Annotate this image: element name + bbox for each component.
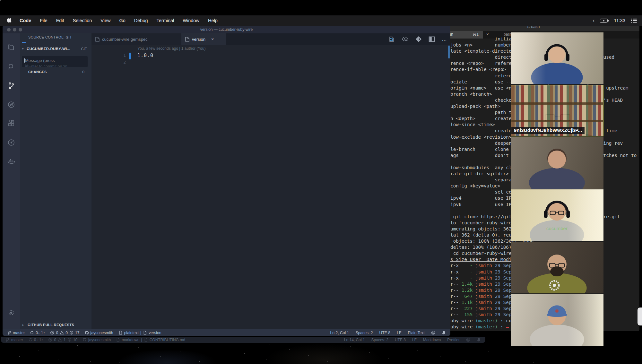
menu-item-file[interactable]: File	[40, 18, 47, 23]
video-tile-participant-6[interactable]	[511, 294, 603, 346]
editor-content[interactable]: You, a few seconds ago | 1 author (You) …	[91, 45, 450, 329]
background-window-status-bar: master 0↓ 1↑ 0 1 10 jaysonesmith markdow…	[1, 337, 485, 343]
text-cursor	[24, 58, 25, 63]
tab-label: cucumber-wire.gemspec	[102, 37, 148, 42]
code-line-1: 1.0.0	[137, 53, 153, 58]
battery-icon[interactable]	[600, 19, 609, 23]
sync-indicator[interactable]: 0↓ 1↑	[30, 331, 45, 335]
eol[interactable]: LF	[412, 338, 417, 342]
apple-logo-icon[interactable]	[7, 18, 12, 23]
caret-right-icon: ▸	[22, 323, 24, 326]
file-info[interactable]: plaintext| version	[118, 331, 161, 335]
gitlens-authors-codelens[interactable]: You, a few seconds ago | 1 author (You)	[137, 46, 205, 51]
menu-item-view[interactable]: View	[100, 18, 110, 23]
vscode-title-bar[interactable]: version — cucumber-ruby-wire	[3, 25, 450, 33]
more-actions-icon[interactable]: …	[442, 36, 447, 42]
changes-count-badge: 0	[82, 70, 84, 74]
video-tile-participant-1[interactable]	[511, 32, 603, 84]
video-tile-participant-4[interactable]: cucumber	[511, 189, 603, 241]
menu-item-window[interactable]: Window	[183, 18, 199, 23]
window-title: version — cucumber-ruby-wire	[3, 25, 450, 33]
docker-icon[interactable]	[7, 158, 15, 165]
source-control-icon[interactable]	[7, 82, 15, 90]
starfield-wallpaper	[0, 0, 1, 1]
menu-item-selection[interactable]: Selection	[73, 18, 92, 23]
sync-indicator[interactable]: 0↓ 1↑	[28, 338, 43, 342]
menu-item-help[interactable]: Help	[208, 18, 218, 23]
debug-disabled-icon[interactable]	[7, 101, 15, 108]
repo-name: CUCUMBER-RUBY-WI...	[27, 47, 70, 51]
commit-placeholder-line2: ⌘Enter to commit on 'm	[24, 64, 85, 67]
eol[interactable]: LF	[397, 331, 401, 335]
changes-section-header[interactable]: CHANGES 0	[20, 69, 91, 76]
tab-cucumber-wire-gemspec[interactable]: cucumber-wire.gemspec	[91, 33, 181, 45]
video-tile-participant-5[interactable]	[511, 242, 603, 293]
indentation[interactable]: Spaces: 2	[371, 338, 388, 342]
menu-items: CodeFileEditSelectionViewGoDebugTerminal…	[20, 18, 226, 23]
feedback-smiley-icon[interactable]	[466, 338, 470, 342]
feedback-smiley-icon[interactable]	[431, 331, 435, 335]
window-light	[511, 189, 603, 241]
video-tile-participant-3[interactable]	[511, 137, 603, 189]
line-number: 1	[116, 53, 126, 58]
github-pull-requests-section[interactable]: ▸ GITHUB PULL REQUESTS	[20, 321, 91, 329]
repo-provider-badge: GIT	[81, 47, 87, 51]
editor-group: cucumber-wire.gemspec version × … You, a…	[91, 33, 450, 329]
changes-label: CHANGES	[28, 70, 47, 74]
gitlens-icon[interactable]	[7, 139, 15, 146]
participant-silhouette	[511, 137, 603, 189]
branch-indicator[interactable]: master	[5, 338, 23, 342]
close-tab-icon[interactable]: ×	[211, 37, 214, 42]
git-change-gutter-marker	[129, 53, 131, 59]
encoding[interactable]: UTF-8	[395, 338, 406, 342]
gitlens-compare-icon[interactable]	[415, 36, 422, 42]
sidebar-header: SOURCE CONTROL: GIT	[28, 35, 72, 39]
branch-indicator[interactable]: master	[7, 331, 25, 335]
encoding[interactable]: UTF-8	[379, 331, 391, 335]
cursor-position[interactable]: Ln 2, Col 1	[330, 331, 349, 335]
window-light	[511, 32, 603, 84]
commit-placeholder-line1: Message (press	[25, 58, 55, 63]
github-account[interactable]: jaysonesmith	[82, 338, 111, 342]
github-account[interactable]: jaysonesmith	[85, 331, 113, 335]
notification-center-icon[interactable]	[631, 19, 637, 23]
menu-item-code[interactable]: Code	[20, 18, 31, 23]
chevron-left-icon[interactable]: ‹	[593, 18, 594, 23]
split-editor-icon[interactable]	[429, 36, 435, 42]
menu-item-debug[interactable]: Debug	[134, 18, 148, 23]
notifications-bell-icon[interactable]	[477, 338, 481, 342]
settings-gear-icon[interactable]	[7, 309, 15, 316]
file-info[interactable]: markdown| CONTRIBUTING.md	[116, 338, 185, 342]
github-pull-requests-label: GITHUB PULL REQUESTS	[28, 323, 74, 327]
problems-indicator[interactable]: 0 1 10	[48, 338, 77, 342]
window-light	[511, 294, 603, 346]
macos-menu-bar: CodeFileEditSelectionViewGoDebugTerminal…	[0, 15, 642, 26]
search-icon[interactable]	[7, 63, 15, 71]
video-tile-participant-2[interactable]: 9ni3Ud0vfNJ8hbWwXZCjbP...	[511, 85, 603, 136]
indentation[interactable]: Spaces: 2	[355, 331, 373, 335]
explorer-icon[interactable]	[7, 44, 15, 52]
cursor-position[interactable]: Ln 14, Col 1	[344, 338, 365, 342]
repo-tree-item[interactable]: ▾ CUCUMBER-RUBY-WI... GIT	[20, 46, 91, 53]
video-call-strip: 9ni3Ud0vfNJ8hbWwXZCjbP...cucumber	[511, 32, 603, 346]
menu-item-edit[interactable]: Edit	[56, 18, 64, 23]
menu-item-terminal[interactable]: Terminal	[157, 18, 174, 23]
language-mode[interactable]: Plain Text	[408, 331, 425, 335]
tab-version[interactable]: version ×	[181, 33, 226, 45]
vscode-window: version — cucumber-ruby-wire SOURCE CONT…	[3, 25, 450, 336]
problems-indicator[interactable]: 0 0 17	[50, 331, 79, 335]
notifications-bell-icon[interactable]	[442, 331, 446, 335]
language-mode[interactable]: Markdown	[423, 338, 441, 342]
editor-tab-bar: cucumber-wire.gemspec version × …	[91, 33, 450, 45]
notification-peek[interactable]	[638, 308, 642, 325]
clock[interactable]: 11:33	[614, 18, 625, 23]
editor-toolbar: …	[388, 33, 447, 45]
open-changes-icon[interactable]	[388, 36, 395, 42]
menu-item-go[interactable]: Go	[119, 18, 125, 23]
formatter[interactable]: Prettier	[447, 338, 460, 342]
extensions-icon[interactable]	[7, 120, 15, 127]
open-preview-icon[interactable]	[402, 37, 409, 42]
caret-down-icon[interactable]: ▾	[22, 47, 24, 50]
source-control-sidebar: SOURCE CONTROL: GIT ▾ CUCUMBER-RUBY-WI..…	[20, 33, 91, 329]
commit-message-input[interactable]: Message (press ⌘Enter to commit on 'm	[22, 56, 88, 67]
